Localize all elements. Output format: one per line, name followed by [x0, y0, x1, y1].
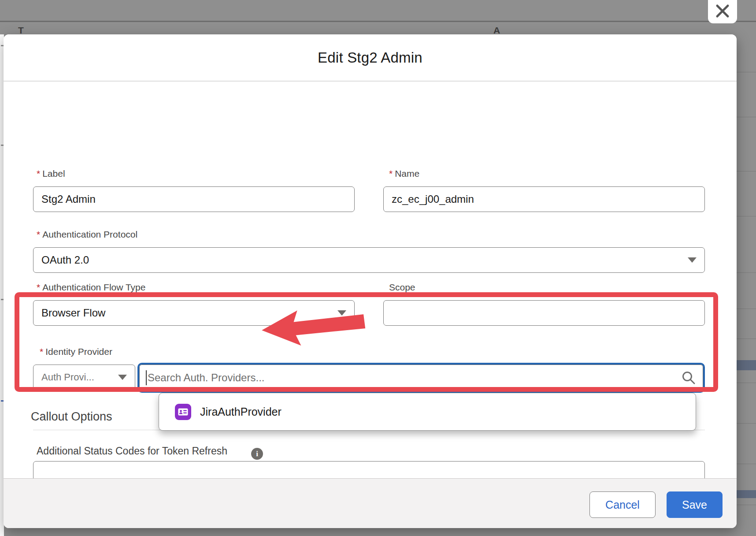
- label-field-label: *Label: [37, 168, 65, 179]
- auth-provider-results-panel: JiraAuthProvider: [159, 393, 696, 431]
- auth-provider-search-input[interactable]: [139, 365, 703, 391]
- identity-provider-label: *Identity Provider: [40, 346, 112, 357]
- required-marker: *: [389, 168, 393, 179]
- text-cursor: [146, 370, 147, 385]
- modal-footer: Cancel Save: [4, 478, 737, 528]
- search-icon: [681, 370, 696, 387]
- chevron-down-icon: [688, 257, 697, 263]
- close-button[interactable]: [708, 0, 737, 23]
- required-marker: *: [37, 229, 40, 239]
- auth-provider-icon: [175, 404, 191, 420]
- save-button[interactable]: Save: [667, 491, 723, 518]
- additional-status-codes-label: Additional Status Codes for Token Refres…: [37, 445, 227, 457]
- chevron-down-icon: [337, 310, 346, 316]
- chevron-down-icon: [118, 375, 127, 380]
- cancel-button[interactable]: Cancel: [589, 491, 656, 518]
- identity-provider-type-select[interactable]: Auth Provi...: [33, 365, 135, 390]
- label-input[interactable]: [33, 186, 355, 212]
- auth-flow-type-label: *Authentication Flow Type: [37, 282, 145, 293]
- backdrop-divider: [0, 21, 756, 22]
- auth-protocol-label: *Authentication Protocol: [37, 229, 137, 240]
- modal-title: Edit Stg2 Admin: [318, 49, 422, 66]
- modal-body: *Label *Name *Authentication Protocol OA…: [4, 82, 737, 478]
- required-marker: *: [40, 346, 43, 357]
- edit-auth-credential-modal: Edit Stg2 Admin *Label *Name *Authentica…: [4, 34, 737, 528]
- modal-header: Edit Stg2 Admin: [4, 34, 737, 82]
- info-icon[interactable]: i: [251, 448, 263, 460]
- required-marker: *: [37, 168, 40, 179]
- required-marker: *: [37, 282, 40, 292]
- screen: T A Edit Stg2 Admin *Label *Name: [0, 0, 756, 536]
- scope-label: Scope: [389, 282, 415, 293]
- auth-protocol-select[interactable]: OAuth 2.0: [33, 247, 705, 273]
- close-icon: [715, 3, 730, 20]
- name-input[interactable]: [383, 186, 705, 212]
- auth-provider-search-box: [137, 363, 705, 393]
- name-field-label: *Name: [389, 168, 419, 179]
- auth-provider-result-item[interactable]: JiraAuthProvider: [159, 393, 696, 430]
- auth-flow-type-select[interactable]: Browser Flow: [33, 300, 355, 326]
- auth-provider-result-label: JiraAuthProvider: [200, 406, 282, 418]
- callout-options-heading: Callout Options: [31, 410, 112, 424]
- scope-input[interactable]: [383, 300, 705, 326]
